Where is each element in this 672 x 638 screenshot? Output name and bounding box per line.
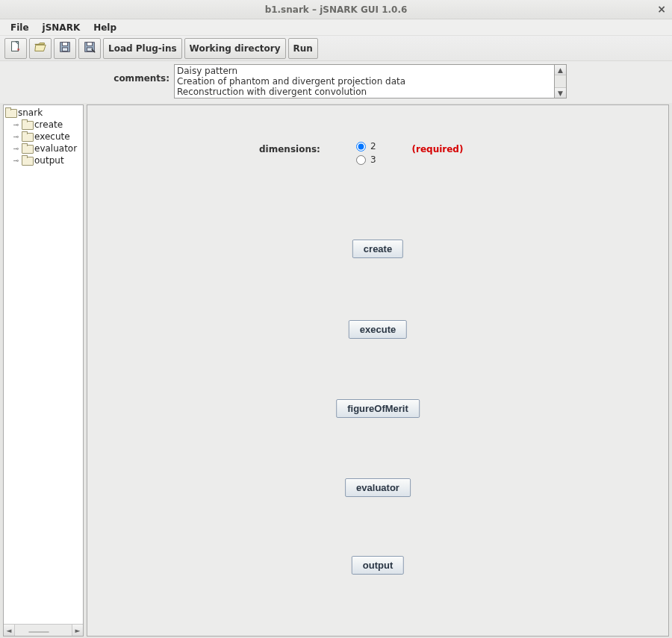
scroll-down-icon[interactable]: ▼: [555, 87, 566, 98]
folder-icon: [22, 156, 32, 165]
svg-rect-4: [62, 43, 67, 46]
comments-label: comments:: [6, 64, 174, 84]
menubar: File jSNARK Help: [0, 19, 672, 36]
run-button[interactable]: Run: [288, 38, 318, 59]
toolbar: * Load Plug-ins Working directory Run: [0, 36, 672, 61]
svg-text:*: *: [17, 47, 20, 54]
scroll-thumb[interactable]: [28, 631, 49, 633]
window-close-icon[interactable]: ×: [657, 3, 666, 15]
svg-rect-7: [87, 43, 92, 46]
main-panel: dimensions: 2 3 (required) create execut…: [87, 104, 669, 637]
tree-node-label: output: [34, 155, 64, 166]
working-directory-button[interactable]: Working directory: [184, 38, 286, 59]
folder-icon: [22, 132, 32, 141]
radio-label: 3: [370, 154, 376, 165]
execute-button[interactable]: execute: [349, 320, 407, 339]
comments-row: comments: Daisy pattern Creation of phan…: [0, 61, 672, 103]
folder-icon: [5, 108, 16, 117]
tree-toggle-icon[interactable]: ⊸: [13, 122, 19, 128]
tree-node-output[interactable]: ⊸ output: [5, 154, 81, 166]
svg-rect-5: [62, 48, 67, 51]
new-file-icon: *: [9, 40, 22, 56]
create-button[interactable]: create: [352, 240, 403, 258]
tree-node-label: snark: [18, 107, 43, 118]
tree-node-label: execute: [34, 131, 70, 142]
folder-icon: [22, 120, 32, 129]
workspace: snark ⊸ create ⊸ execute ⊸ evaluator ⊸ o…: [0, 103, 672, 638]
open-file-button[interactable]: [29, 38, 52, 59]
tree-toggle-icon[interactable]: ⊸: [13, 146, 19, 152]
radio-label: 2: [370, 141, 376, 151]
load-plugins-button[interactable]: Load Plug-ins: [103, 38, 182, 59]
floppy-disk-as-icon: [83, 40, 96, 56]
menu-help[interactable]: Help: [87, 21, 122, 34]
tree-node-label: create: [34, 119, 63, 130]
dimensions-group: dimensions: 2 3 (required): [259, 141, 463, 165]
scroll-right-icon[interactable]: ►: [72, 625, 83, 636]
required-label: (required): [412, 141, 464, 154]
window-titlebar: b1.snark – jSNARK GUI 1.0.6 ×: [0, 0, 672, 19]
tree-horizontal-scrollbar[interactable]: ◄ ►: [4, 624, 83, 636]
tree-panel: snark ⊸ create ⊸ execute ⊸ evaluator ⊸ o…: [3, 104, 84, 637]
menu-file[interactable]: File: [4, 21, 35, 34]
output-button[interactable]: output: [352, 556, 404, 575]
dimensions-label: dimensions:: [259, 141, 320, 154]
dimensions-radio-3[interactable]: 3: [356, 154, 376, 165]
save-as-button[interactable]: [78, 38, 101, 59]
scroll-left-icon[interactable]: ◄: [4, 625, 15, 636]
tree-node-root[interactable]: snark: [5, 107, 81, 119]
comments-line: Creation of phantom and divergent projec…: [177, 76, 552, 87]
comments-textarea[interactable]: Daisy pattern Creation of phantom and di…: [174, 64, 555, 98]
scroll-up-icon[interactable]: ▲: [555, 65, 566, 75]
open-folder-icon: [34, 40, 47, 56]
evaluator-button[interactable]: evaluator: [345, 478, 411, 497]
comments-line: Reconstruction with divergent convolutio…: [177, 87, 552, 97]
new-file-button[interactable]: *: [4, 38, 27, 59]
tree-node-create[interactable]: ⊸ create: [5, 119, 81, 131]
floppy-disk-icon: [58, 40, 72, 56]
tree-toggle-icon[interactable]: ⊸: [13, 157, 19, 164]
window-title: b1.snark – jSNARK GUI 1.0.6: [265, 4, 408, 15]
folder-icon: [22, 144, 32, 153]
figure-of-merit-button[interactable]: figureOfMerit: [336, 399, 420, 418]
comments-line: Daisy pattern: [177, 66, 552, 76]
comments-scrollbar[interactable]: ▲ ▼: [555, 64, 567, 98]
dimensions-radio-group: 2 3: [356, 141, 376, 165]
radio-input[interactable]: [356, 142, 366, 151]
tree-toggle-icon[interactable]: ⊸: [13, 134, 19, 140]
tree-node-evaluator[interactable]: ⊸ evaluator: [5, 143, 81, 154]
dimensions-radio-2[interactable]: 2: [356, 141, 376, 151]
menu-jsnark[interactable]: jSNARK: [37, 21, 87, 34]
radio-input[interactable]: [356, 155, 366, 165]
tree-node-label: evaluator: [34, 143, 77, 154]
tree-body: snark ⊸ create ⊸ execute ⊸ evaluator ⊸ o…: [4, 105, 83, 624]
save-button[interactable]: [54, 38, 76, 59]
tree-node-execute[interactable]: ⊸ execute: [5, 131, 81, 143]
